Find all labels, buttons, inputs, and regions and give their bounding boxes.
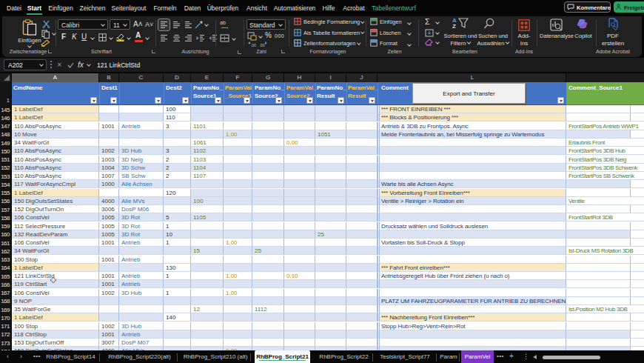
svg-text:ab: ab (220, 20, 226, 25)
svg-text:.00: .00 (259, 43, 265, 47)
svg-text:.00: .00 (251, 43, 257, 47)
